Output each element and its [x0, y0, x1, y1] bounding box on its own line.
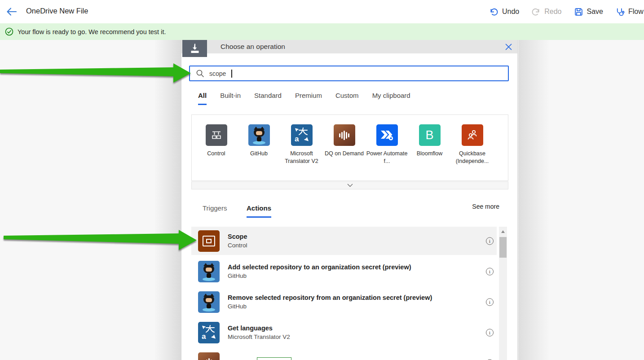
save-button[interactable]: Save — [574, 7, 603, 17]
panel-shadow-left — [154, 40, 181, 360]
tab-standard[interactable]: Standard — [254, 92, 282, 105]
tab-premium[interactable]: Premium — [295, 92, 322, 105]
translator-icon: a — [198, 322, 220, 343]
info-icon[interactable]: i — [486, 329, 494, 336]
undo-label: Undo — [502, 8, 519, 16]
quickbase-icon — [462, 124, 483, 146]
connector-github[interactable]: GitHub — [238, 124, 280, 180]
dq-on-demand-icon — [198, 352, 220, 360]
scope-control-icon — [198, 230, 220, 252]
topbar-actions: Undo Redo Save Flow c — [489, 0, 644, 23]
operation-search-input[interactable]: scope — [189, 66, 509, 81]
result-type-tabs: Triggers Actions See more — [191, 198, 508, 223]
undo-button[interactable]: Undo — [489, 7, 519, 17]
search-icon — [196, 69, 204, 78]
chevron-down-icon — [347, 184, 353, 187]
control-connector-icon — [206, 124, 227, 146]
operation-results-list: Scope Control i Add selected repository … — [191, 227, 497, 360]
connector-label: DQ on Demand — [323, 150, 366, 158]
add-action-icon — [182, 40, 207, 57]
result-subtitle: Microsoft Translator V2 — [228, 333, 290, 341]
connector-label: Quickbase (Independe... — [451, 150, 494, 165]
result-title: Remove selected repository from an organ… — [228, 293, 432, 302]
triangle-up-icon — [501, 230, 505, 233]
undo-icon — [489, 7, 498, 17]
save-icon — [574, 7, 583, 17]
vertical-scrollbar[interactable] — [499, 227, 507, 360]
redo-icon — [531, 7, 541, 17]
svg-text:a: a — [295, 135, 299, 143]
connector-quickbase[interactable]: Quickbase (Independe... — [451, 124, 494, 180]
result-subtitle: Control — [228, 241, 247, 250]
result-title: Scope — [228, 232, 247, 241]
flow-checker-icon — [615, 7, 625, 17]
result-subtitle: GitHub — [228, 302, 432, 311]
tab-my-clipboard[interactable]: My clipboard — [372, 92, 410, 105]
flow-title: OneDrive New File — [26, 7, 88, 15]
scrollbar-thumb[interactable] — [499, 237, 507, 258]
back-arrow-icon — [5, 6, 18, 18]
svg-text:a: a — [202, 332, 206, 341]
result-remove-repo-secret[interactable]: Remove selected repository from an organ… — [191, 288, 497, 316]
connector-microsoft-translator[interactable]: a Microsoft Translator V2 — [280, 124, 323, 180]
result-title: Add selected repository to an organizati… — [228, 263, 411, 272]
expand-connectors-button[interactable] — [191, 181, 508, 189]
panel-shadow-right — [518, 40, 550, 360]
connector-label: Control — [195, 150, 238, 158]
tab-triggers[interactable]: Triggers — [203, 204, 227, 212]
redo-button[interactable]: Redo — [531, 7, 561, 17]
result-title: Scoring — [228, 359, 252, 360]
search-value: scope — [209, 70, 226, 77]
banner-message: Your flow is ready to go. We recommend y… — [18, 28, 166, 35]
see-more-link[interactable]: See more — [472, 203, 499, 210]
tab-built-in[interactable]: Built-in — [220, 92, 241, 105]
scrollbar-up-button[interactable] — [499, 227, 507, 234]
tab-custom[interactable]: Custom — [335, 92, 359, 105]
github-logo-icon — [198, 261, 220, 282]
result-scoring[interactable]: Scoring PREMIUM i — [191, 349, 497, 360]
category-tabs: All Built-in Standard Premium Custom My … — [198, 92, 410, 105]
result-title: Get languages — [228, 324, 290, 333]
success-check-icon — [5, 27, 13, 36]
result-get-languages[interactable]: a Get languages Microsoft Translator V2 … — [191, 318, 497, 347]
back-button[interactable] — [5, 6, 18, 18]
info-icon[interactable]: i — [486, 237, 494, 245]
designer-canvas: Choose an operation scope All Built-in S… — [0, 40, 644, 360]
bloomflow-icon: B — [419, 124, 441, 146]
close-icon — [505, 43, 512, 51]
connector-label: Bloomflow — [408, 150, 451, 158]
premium-badge: PREMIUM — [257, 357, 291, 360]
text-caret — [231, 70, 232, 78]
top-command-bar: OneDrive New File Undo Redo Save Flow c — [0, 0, 644, 23]
flow-checker-label: Flow c — [628, 8, 644, 16]
dq-on-demand-icon — [334, 124, 355, 146]
translator-icon: a — [291, 124, 313, 146]
connector-label: Power Automate f... — [366, 150, 408, 165]
connector-control[interactable]: Control — [195, 124, 238, 180]
tab-actions[interactable]: Actions — [247, 204, 271, 218]
result-subtitle: GitHub — [228, 272, 411, 280]
connector-dq-on-demand[interactable]: DQ on Demand — [323, 124, 366, 180]
choose-operation-panel: Choose an operation scope All Built-in S… — [181, 40, 518, 360]
redo-label: Redo — [544, 8, 561, 16]
save-label: Save — [587, 8, 603, 16]
connector-power-automate[interactable]: Power Automate f... — [366, 124, 408, 180]
github-logo-icon — [248, 124, 270, 146]
power-automate-icon — [376, 124, 398, 146]
connector-bloomflow[interactable]: B Bloomflow — [408, 124, 451, 180]
result-add-repo-secret[interactable]: Add selected repository to an organizati… — [191, 257, 497, 285]
flow-ready-banner: Your flow is ready to go. We recommend y… — [0, 23, 644, 40]
connector-suggestions: Control GitHub a Microsoft Translator V2… — [191, 114, 508, 181]
close-panel-button[interactable] — [503, 42, 513, 52]
connector-label: GitHub — [238, 150, 280, 158]
result-scope[interactable]: Scope Control i — [191, 227, 497, 255]
github-logo-icon — [198, 291, 220, 313]
connector-label: Microsoft Translator V2 — [280, 150, 323, 165]
tab-all[interactable]: All — [198, 92, 207, 105]
info-icon[interactable]: i — [486, 298, 494, 306]
flow-checker-button[interactable]: Flow c — [615, 7, 644, 17]
panel-title: Choose an operation — [221, 43, 285, 51]
info-icon[interactable]: i — [486, 268, 494, 275]
